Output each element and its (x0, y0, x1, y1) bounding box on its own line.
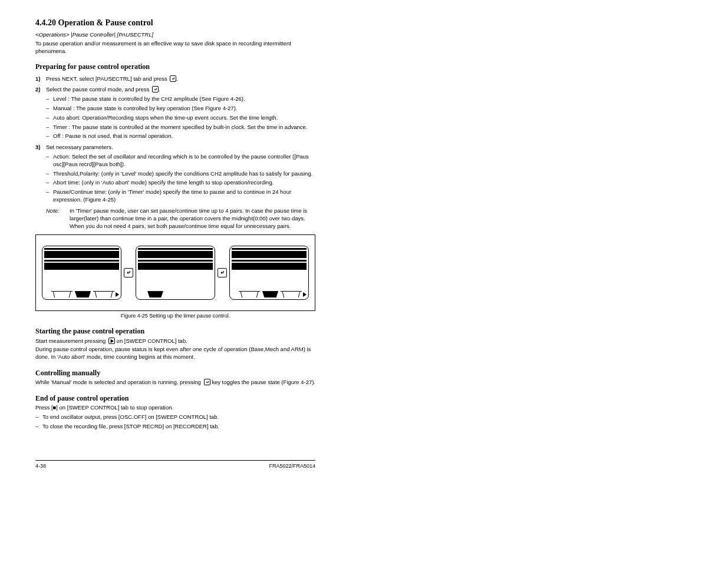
subsection-manual: Controlling manually (35, 368, 315, 378)
footer-rule (35, 460, 315, 461)
manual-text: While 'Manual' mode is selected and oper… (35, 379, 315, 386)
note-text: In 'Timer' pause mode, user can set paus… (70, 207, 315, 230)
mode-timer: Timer : The pause state is controlled at… (46, 124, 315, 131)
param-pause-continue: Pause/Continue time: (only in 'Timer' mo… (46, 189, 315, 204)
svg-marker-0 (111, 339, 114, 342)
tab-active (73, 291, 94, 297)
product-name: FRA5022/FRA5014 (269, 462, 315, 470)
tab-active (260, 291, 281, 297)
param-abort-time: Abort time: (only in 'Auto abort' mode) … (46, 179, 315, 187)
tab (93, 291, 114, 297)
tab (239, 291, 260, 297)
intro-description: To pause operation and/or measurement is… (35, 40, 315, 55)
tab (281, 291, 302, 297)
mode-manual: Manual : The pause state is controlled b… (46, 105, 315, 113)
step-2: 2) Select the pause control mode, and pr… (35, 86, 315, 140)
note-block: Note: In 'Timer' pause mode, user can se… (35, 207, 315, 230)
end-opt-osc-off: To end oscillator output, press [OSC.OFF… (35, 414, 315, 421)
arrow-right-icon (303, 292, 307, 297)
figure-4-25: Figure 4-25 Setting up the timer pause c… (35, 234, 315, 319)
start-text: Start measurement pressing on [SWEEP CON… (35, 338, 315, 345)
section-title: Operation & Pause control (58, 18, 153, 27)
screen-panel-3 (229, 246, 309, 300)
breadcrumb-path: <Operations> |Pause Controller| [PAUSECT… (35, 31, 315, 39)
note-label: Note: (46, 207, 64, 230)
step-1: 1) Press NEXT, select [PAUSECTRL] tab an… (35, 75, 315, 83)
end-opt-stop-recrd: To close the recording file, press [STOP… (35, 423, 315, 431)
enter-icon (152, 86, 159, 92)
figure-caption: Figure 4-25 Setting up the timer pause c… (35, 312, 315, 319)
param-action: Action: Select the set of oscillator and… (46, 153, 315, 168)
tab-active (145, 291, 166, 297)
section-heading: 4.4.20 Operation & Pause control (35, 18, 315, 29)
mode-auto-abort: Auto abort: Operation/Recording stops wh… (46, 114, 315, 122)
enter-icon (124, 268, 133, 277)
page-footer: 4-38 FRA5022/FRA5014 (35, 462, 315, 470)
subsection-end: End of pause control operation (35, 394, 315, 403)
page-number: 4-38 (35, 462, 46, 470)
subsection-preparing: Preparing for pause control operation (35, 62, 315, 71)
subsection-starting: Starting the pause control operation (35, 326, 315, 336)
section-number: 4.4.20 (35, 18, 56, 27)
steps-list: 1) Press NEXT, select [PAUSECTRL] tab an… (35, 75, 315, 204)
param-list: Action: Select the set of oscillator and… (46, 153, 315, 204)
enter-icon (170, 75, 176, 82)
screen-panel-2 (136, 246, 215, 300)
mode-list: Level : The pause state is controlled by… (46, 95, 315, 140)
end-text: Press [■] on [SWEEP CONTROL] tab to stop… (35, 404, 315, 412)
param-threshold: Threshold,Polarity: (only in 'Level' mod… (46, 170, 315, 178)
play-icon (108, 338, 115, 344)
mode-off: Off : Pause is not used, that is normal … (46, 133, 315, 140)
step-3: 3) Set necessary parameters. Action: Sel… (35, 144, 315, 204)
start-desc: During pause control operation, pause st… (35, 346, 315, 361)
enter-icon (218, 268, 227, 277)
mode-level: Level : The pause state is controlled by… (46, 95, 315, 103)
figure-box (35, 234, 315, 311)
enter-icon (204, 379, 210, 385)
screen-panel-1 (42, 246, 121, 300)
tab (51, 291, 73, 297)
arrow-right-icon (116, 292, 119, 297)
end-options: To end oscillator output, press [OSC.OFF… (35, 414, 315, 431)
